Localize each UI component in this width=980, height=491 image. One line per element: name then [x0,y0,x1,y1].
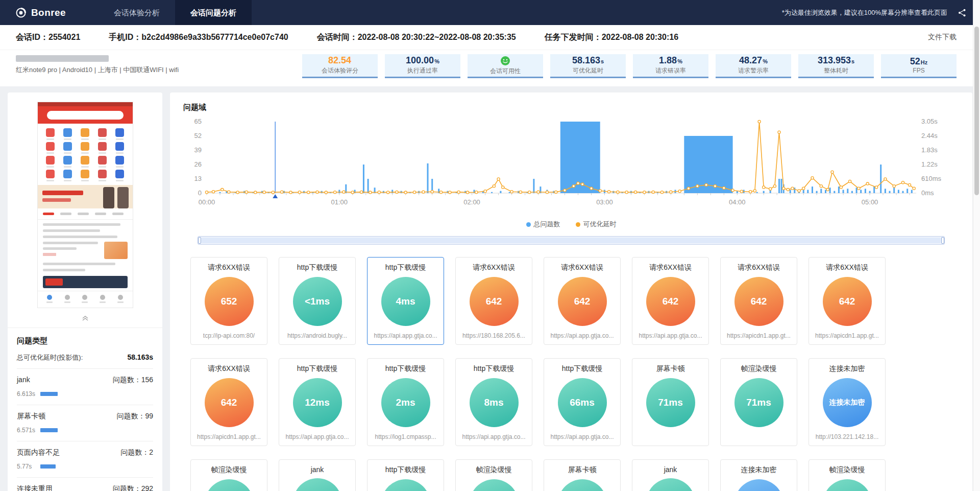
svg-text:13: 13 [194,175,202,182]
kpi-label: 请求警示率 [738,66,769,75]
problem-card-url: https://apicdn1.app.gt... [197,433,261,440]
svg-text:2.44s: 2.44s [921,132,938,139]
svg-text:65: 65 [194,118,202,125]
problem-type-item[interactable]: 页面内容不足问题数：25.77s [17,441,153,477]
problem-card[interactable]: 请求6XX错误642https://apicdn1.app.gt... [190,358,267,446]
problem-card[interactable]: jank185ms [279,459,356,491]
problem-card[interactable]: http下载缓慢12mshttps://api.app.gtja.co... [279,358,356,446]
problem-type-count: 问题数：292 [113,484,153,491]
problem-card-title: http下载缓慢 [297,364,337,373]
problem-type-item[interactable]: 连接未重用问题数：2922.849s [17,477,153,491]
problem-card[interactable]: 帧渲染缓慢111ms [455,459,532,491]
session-info-bar: 会话ID：2554021 手机ID：b2c2d4986e9a33b5677714… [0,25,980,50]
kpi-card: 48.27%请求警示率 [716,54,791,78]
problem-type-item[interactable]: 屏幕卡顿问题数：996.571s [17,405,153,441]
problem-card[interactable]: 请求6XX错误642https://apicdn1.app.gt... [720,257,797,345]
svg-text:610ms: 610ms [921,175,942,182]
kpi-card: 58.163s可优化延时 [550,54,626,78]
legend-label: 总问题数 [534,220,560,229]
problem-card[interactable]: 请求6XX错误642https://apicdn1.app.gt... [808,257,886,345]
left-sidebar-panel: 问题类型 总可优化延时(投影值): 58.163s jank问题数：1566.6… [8,92,162,491]
problem-value-circle: 185ms [293,478,342,491]
problem-type-bar [40,392,58,396]
collapse-screenshot-button[interactable] [8,312,162,328]
legend-item[interactable]: 可优化延时 [576,220,617,229]
problem-card-title: 请求6XX错误 [649,263,691,272]
svg-text:0ms: 0ms [921,189,934,197]
problem-value-circle: 连接未加密 [734,479,783,491]
problem-domain-chart[interactable]: 00:0001:0002:0003:0004:0005:000132639526… [183,115,955,217]
chart-range-slider[interactable] [198,236,945,245]
tab-session-experience[interactable]: 会话体验分析 [99,0,175,25]
brand-name: Bonree [31,7,66,18]
problem-type-item[interactable]: jank问题数：1566.613s [17,368,153,405]
problem-card[interactable]: 连接未加密连接未加密http://103.221.142.18... [808,358,886,446]
legend-item[interactable]: 总问题数 [526,220,560,229]
problem-value-circle: 71ms [646,378,695,427]
problem-card[interactable]: 帧渲染缓慢71ms [720,358,797,446]
svg-text:03:00: 03:00 [596,198,613,206]
problem-card-title: 请求6XX错误 [208,263,250,272]
problem-card[interactable]: http下载缓慢58ms [367,459,444,491]
resolution-notice: *为达最佳浏览效果，建议在100%屏幕分辨率查看此页面 [782,8,947,17]
screenshot-wrap [8,92,162,312]
problem-cards-grid: 请求6XX错误652tcp://ip-api.com:80/http下载缓慢<1… [183,257,959,491]
problem-card-title: 连接未加密 [829,364,865,373]
problem-card-url: https://api.app.gtja.co... [550,332,614,339]
problem-card[interactable]: http下载缓慢4mshttps://api.app.gtja.co... [367,257,444,345]
svg-text:05:00: 05:00 [862,198,878,206]
task-dispatch-value: 2022-08-08 20:30:16 [602,33,678,41]
problem-card-url: https://api.app.gtja.co... [639,332,702,339]
kpi-card: 100.00%执行通过率 [385,54,460,78]
problem-card[interactable]: 屏幕卡顿291ms [544,459,621,491]
problem-card-url: http://103.221.142.18... [816,433,878,440]
problem-card[interactable]: 帧渲染缓慢143ms [190,459,267,491]
total-value: 58.163s [127,353,153,361]
svg-text:0: 0 [198,189,202,197]
session-id: 会话ID：2554021 [16,32,80,43]
problem-value-circle: 2ms [381,378,430,427]
problem-card[interactable]: http下载缓慢2mshttps://log1.cmpassp... [367,358,444,446]
problem-value-circle: 12ms [293,378,342,427]
file-download-link[interactable]: 文件下载 [928,33,957,42]
problem-card-title: http下载缓慢 [562,364,602,373]
problem-card[interactable]: 帧渲染缓慢22ms [808,459,886,491]
problem-card[interactable]: 请求6XX错误652tcp://ip-api.com:80/ [190,257,267,345]
task-dispatch-label: 任务下发时间： [545,33,602,41]
tab-session-problem[interactable]: 会话问题分析 [175,0,252,25]
problem-card-title: 帧渲染缓慢 [741,364,777,373]
problem-card[interactable]: 连接未加密连接未加密 [720,459,797,491]
problem-card[interactable]: jank153ms [632,459,709,491]
session-screenshot-preview [37,102,133,308]
problem-value-circle: 58ms [381,479,430,491]
scrollbar-thumb[interactable] [974,27,979,195]
brush-handle-right[interactable] [941,237,944,244]
problem-card[interactable]: 请求6XX错误642https://api.app.gtja.co... [544,257,621,345]
problem-card-title: 连接未加密 [741,465,777,475]
optimizable-delay-total: 总可优化延时(投影值): 58.163s [17,353,153,362]
problem-card-title: http下载缓慢 [385,263,426,272]
problem-card[interactable]: http下载缓慢66mshttps://api.app.gtja.co... [544,358,621,446]
problem-type-count: 问题数：99 [116,412,153,421]
legend-dot-icon [576,222,580,227]
brush-selection[interactable] [202,238,941,243]
share-button[interactable] [958,8,967,17]
problem-types-section: 问题类型 总可优化延时(投影值): 58.163s jank问题数：1566.6… [8,328,162,491]
problem-value-circle: 111ms [470,479,519,491]
problem-card[interactable]: 请求6XX错误642https://180.168.205.6... [455,257,532,345]
problem-card[interactable]: http下载缓慢8mshttps://api.app.gtja.co... [455,358,532,446]
problem-type-name: 屏幕卡顿 [17,412,45,421]
problem-value-circle: 642 [646,277,695,326]
problem-card[interactable]: 请求6XX错误642https://api.app.gtja.co... [632,257,709,345]
brush-handle-left[interactable] [198,237,201,244]
svg-text:26: 26 [194,160,202,168]
page-scrollbar[interactable] [973,0,980,491]
problem-card[interactable]: http下载缓慢<1mshttps://android.bugly... [279,257,356,345]
session-time-value: 2022-08-08 20:30:22~2022-08-08 20:35:35 [358,33,516,41]
problem-card[interactable]: 屏幕卡顿71ms [632,358,709,446]
problem-value-circle: 642 [823,277,872,326]
problem-type-time: 6.571s [17,427,36,434]
kpi-label: 可优化延时 [573,66,603,75]
problem-type-bar [40,428,58,432]
kpi-label: 整体耗时 [824,66,848,75]
